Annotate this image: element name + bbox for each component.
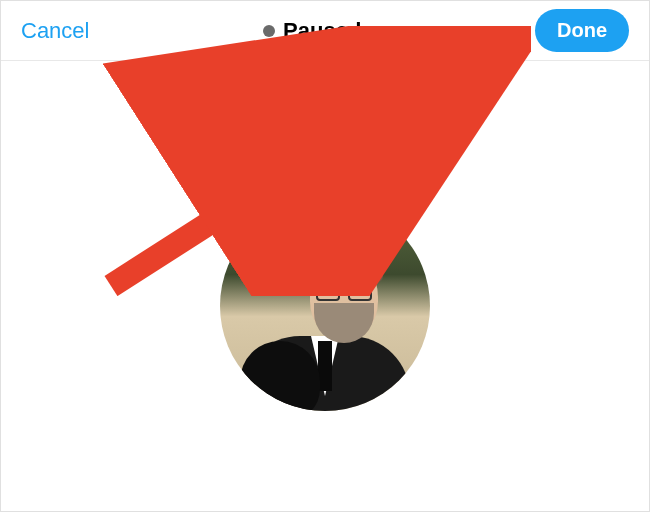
status-label: Paused — [283, 18, 361, 44]
done-button[interactable]: Done — [535, 9, 629, 52]
glasses-icon — [316, 283, 372, 299]
status-dot-icon — [263, 25, 275, 37]
profile-avatar[interactable] — [220, 201, 430, 411]
recording-status: Paused — [263, 18, 361, 44]
header-bar: Cancel Paused Done — [1, 1, 649, 61]
avatar-pet-shape — [240, 341, 320, 411]
content-area — [1, 61, 649, 511]
avatar-tie-shape — [318, 341, 332, 391]
cancel-button[interactable]: Cancel — [21, 18, 89, 44]
